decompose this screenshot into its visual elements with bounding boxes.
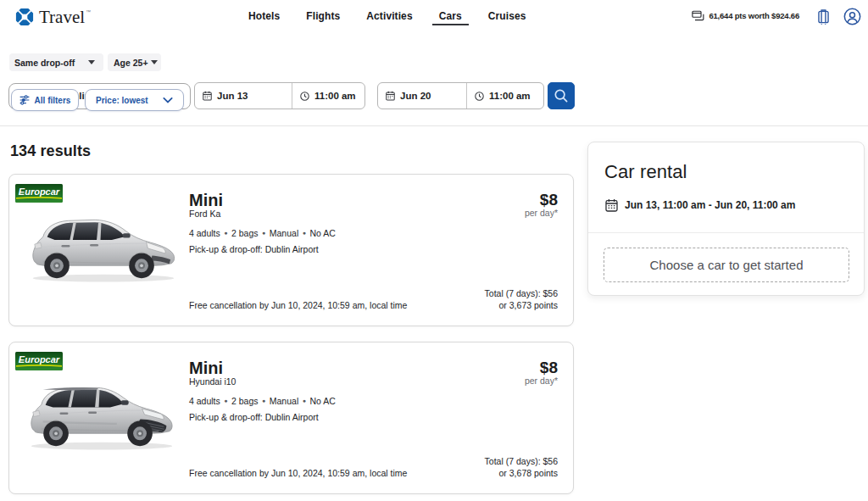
car-price: $8 xyxy=(540,192,558,208)
car-pickup-location: Pick-up & drop-off: Dublin Airport xyxy=(189,244,319,255)
account-button[interactable] xyxy=(843,8,861,25)
car-price-unit: per day* xyxy=(525,208,558,219)
rewards-text: 61,644 pts worth $924.66 xyxy=(709,11,799,20)
section-divider xyxy=(0,125,868,126)
car-pickup-location: Pick-up & drop-off: Dublin Airport xyxy=(189,412,319,423)
car-price: $8 xyxy=(540,359,558,376)
cart-placeholder: Choose a car to get started xyxy=(604,248,849,282)
spec-ac: No AC xyxy=(309,228,335,238)
primary-nav: Hotels Flights Activities Cars Cruises xyxy=(242,8,533,25)
spec-adults: 4 adults xyxy=(189,396,220,406)
all-filters-button[interactable]: All filters xyxy=(11,89,79,111)
cart-panel: Car rental Jun 13, 11:00 am - Jun 20, 11… xyxy=(587,142,865,296)
car-model: Ford Ka xyxy=(189,209,220,220)
page: Travel ™ Hotels Flights Activities Cars … xyxy=(0,0,868,501)
calendar-icon xyxy=(605,198,618,212)
car-specs: 4 adults●2 bags●Manual●No AC xyxy=(189,395,336,407)
calendar-icon xyxy=(203,91,212,101)
search-button[interactable] xyxy=(548,82,575,109)
trademark: ™ xyxy=(86,9,91,14)
dropoff-type-label: Same drop-off xyxy=(14,58,75,68)
nav-cruises[interactable]: Cruises xyxy=(481,8,533,25)
car-total-line: Total (7 days): $56 xyxy=(485,287,558,299)
pickup-datetime-box: Jun 13 11:00 am xyxy=(194,82,365,109)
cart-title: Car rental xyxy=(604,162,687,182)
dropoff-time-value: 11:00 am xyxy=(489,91,531,101)
dropoff-time-field[interactable]: 11:00 am xyxy=(466,83,543,109)
pickup-time-field[interactable]: 11:00 am xyxy=(292,83,364,109)
dropoff-datetime-box: Jun 20 11:00 am xyxy=(377,82,544,109)
brand-name: Travel xyxy=(39,8,85,26)
bullet: ● xyxy=(259,230,270,236)
all-filters-label: All filters xyxy=(35,96,71,105)
car-category: Mini xyxy=(189,358,223,378)
spec-transmission: Manual xyxy=(270,396,298,406)
car-price-unit: per day* xyxy=(525,376,558,387)
header: Travel ™ Hotels Flights Activities Cars … xyxy=(0,0,868,37)
driver-age-select[interactable]: Age 25+ xyxy=(108,53,161,71)
car-cancellation: Free cancellation by Jun 10, 2024, 10:59… xyxy=(189,468,407,479)
bullet: ● xyxy=(298,230,309,236)
dropoff-date-field[interactable]: Jun 20 xyxy=(378,83,466,109)
bullet: ● xyxy=(298,398,309,404)
europcar-logo: Europcar xyxy=(15,352,63,370)
vendor-name: Europcar xyxy=(19,186,60,197)
caret-down-icon xyxy=(88,60,95,64)
car-model: Hyundai i10 xyxy=(189,376,236,387)
car-cancellation: Free cancellation by Jun 10, 2024, 10:59… xyxy=(189,300,407,311)
caret-down-icon xyxy=(151,60,158,64)
spec-bags: 2 bags xyxy=(231,396,259,406)
sort-select[interactable]: Price: lowest xyxy=(85,89,184,111)
spec-transmission: Manual xyxy=(270,228,298,238)
car-total: Total (7 days): $56 or 3,673 points xyxy=(485,287,558,311)
clock-icon xyxy=(300,92,309,101)
suitcase-icon xyxy=(818,8,829,25)
chevron-down-icon xyxy=(163,97,173,103)
rewards-balance[interactable]: 61,644 pts worth $924.66 xyxy=(692,10,799,21)
cart-placeholder-label: Choose a car to get started xyxy=(650,258,804,272)
car-total: Total (7 days): $56 or 3,678 points xyxy=(485,455,558,479)
car-points-line: or 3,673 points xyxy=(485,299,558,311)
bullet: ● xyxy=(220,230,231,236)
car-result-card-1[interactable]: Europcar xyxy=(8,174,574,326)
chase-logo-icon xyxy=(15,8,34,26)
cart-date-range: Jun 13, 11:00 am - Jun 20, 11:00 am xyxy=(605,198,795,212)
nav-activities[interactable]: Activities xyxy=(359,8,419,25)
car-photo-hyundai-i10 xyxy=(18,371,186,459)
driver-age-label: Age 25+ xyxy=(114,58,148,68)
car-photo-ford-ka xyxy=(18,203,186,292)
car-points-line: or 3,678 points xyxy=(485,467,558,479)
nav-flights[interactable]: Flights xyxy=(299,8,347,25)
pickup-time-value: 11:00 am xyxy=(314,91,356,101)
nav-hotels[interactable]: Hotels xyxy=(242,8,287,25)
car-specs: 4 adults●2 bags●Manual●No AC xyxy=(189,227,336,239)
calendar-icon xyxy=(386,91,395,101)
cart-dates-text: Jun 13, 11:00 am - Jun 20, 11:00 am xyxy=(625,199,795,211)
car-category: Mini xyxy=(189,190,223,210)
results-count: 134 results xyxy=(10,142,91,159)
car-total-line: Total (7 days): $56 xyxy=(485,455,558,467)
pickup-date-field[interactable]: Jun 13 xyxy=(195,83,292,109)
sort-label: Price: lowest xyxy=(96,96,148,105)
spec-ac: No AC xyxy=(309,396,335,406)
account-icon xyxy=(843,8,861,25)
search-icon xyxy=(554,88,569,103)
trips-button[interactable] xyxy=(818,8,829,25)
spec-bags: 2 bags xyxy=(231,228,259,238)
car-result-card-2[interactable]: Europcar xyxy=(8,342,574,494)
vendor-name: Europcar xyxy=(19,354,60,365)
europcar-logo: Europcar xyxy=(15,184,63,203)
sliders-icon xyxy=(19,95,30,105)
spec-adults: 4 adults xyxy=(189,228,220,238)
trip-controls: Same drop-off Age 25+ xyxy=(9,53,161,71)
dropoff-date-value: Jun 20 xyxy=(400,91,431,101)
dropoff-type-select[interactable]: Same drop-off xyxy=(9,53,103,71)
nav-cars[interactable]: Cars xyxy=(432,8,469,25)
panel-divider xyxy=(588,232,864,233)
pickup-date-value: Jun 13 xyxy=(217,91,248,101)
bullet: ● xyxy=(259,398,270,404)
bullet: ● xyxy=(220,398,231,404)
brand-logo[interactable]: Travel ™ xyxy=(15,8,91,26)
clock-icon xyxy=(475,92,484,101)
cards-icon xyxy=(692,10,704,21)
